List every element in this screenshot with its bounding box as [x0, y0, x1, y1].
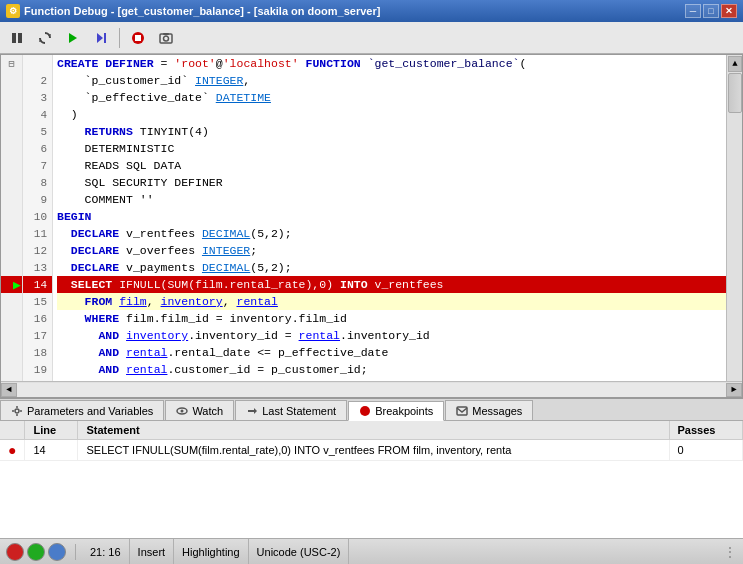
code-line-15: FROM film, inventory, rental: [57, 293, 726, 310]
gutter-row: [1, 310, 22, 327]
run-button[interactable]: [60, 26, 86, 50]
code-line-14: SELECT IFNULL(SUM(film.rental_rate),0) I…: [57, 276, 726, 293]
line-number: 13: [23, 259, 52, 276]
resize-grip[interactable]: ⋮: [723, 544, 737, 560]
gutter-row: [1, 72, 22, 89]
watch-tab[interactable]: Watch: [165, 400, 234, 420]
code-line-4: ): [57, 106, 726, 123]
snapshot-button[interactable]: [153, 26, 179, 50]
refresh-button[interactable]: [32, 26, 58, 50]
scroll-right-button[interactable]: ►: [726, 383, 742, 397]
minimize-button[interactable]: ─: [685, 4, 701, 18]
line-number: 11: [23, 225, 52, 242]
gutter-row: [1, 123, 22, 140]
scroll-left-button[interactable]: ◄: [1, 383, 17, 397]
line-number: 10: [23, 208, 52, 225]
window-controls[interactable]: ─ □ ✕: [685, 4, 737, 18]
code-area[interactable]: CREATE DEFINER = 'root'@'localhost' FUNC…: [53, 55, 726, 381]
main-area: ⊟ ▶: [0, 54, 743, 538]
eye-icon: [176, 405, 188, 417]
code-line-1: CREATE DEFINER = 'root'@'localhost' FUNC…: [57, 55, 726, 72]
code-line-2: `p_customer_id` INTEGER,: [57, 72, 726, 89]
gutter-row: [1, 242, 22, 259]
line-number: 9: [23, 191, 52, 208]
app-icon: ⚙: [6, 4, 20, 18]
bottom-panel: Parameters and Variables Watch Last Stat…: [0, 398, 743, 538]
breakpoints-table: Line Statement Passes ● 14 SELECT IFNULL…: [0, 421, 743, 461]
svg-marker-4: [69, 33, 77, 43]
line-number: 19: [23, 361, 52, 378]
encoding-status: Unicode (USC-2): [249, 539, 350, 564]
gutter-row: [1, 191, 22, 208]
table-row[interactable]: ● 14 SELECT IFNULL(SUM(film.rental_rate)…: [0, 439, 743, 460]
breakpoints-tab[interactable]: Breakpoints: [348, 401, 444, 421]
messages-tab[interactable]: Messages: [445, 400, 533, 420]
svg-rect-18: [457, 407, 467, 415]
line-number: 7: [23, 157, 52, 174]
gutter-row: [1, 89, 22, 106]
gutter-row: [1, 225, 22, 242]
gutter-row: [1, 174, 22, 191]
close-button[interactable]: ✕: [721, 4, 737, 18]
line-number: 6: [23, 140, 52, 157]
status-separator: [75, 544, 76, 560]
scrollbar-thumb[interactable]: [728, 73, 742, 113]
params-tab-label: Parameters and Variables: [27, 405, 153, 417]
row-passes: 0: [669, 439, 743, 460]
line-number: 16: [23, 310, 52, 327]
svg-point-10: [164, 36, 169, 41]
code-line-5: RETURNS TINYINT(4): [57, 123, 726, 140]
code-line-7: READS SQL DATA: [57, 157, 726, 174]
step-into-button[interactable]: [88, 26, 114, 50]
line-number: 18: [23, 344, 52, 361]
tab-bar: Parameters and Variables Watch Last Stat…: [0, 399, 743, 421]
breakpoint-icon: [359, 405, 371, 417]
line-number: 4: [23, 106, 52, 123]
row-indicator: ●: [0, 439, 25, 460]
status-stop-button[interactable]: [6, 543, 24, 561]
gutter-row: [1, 140, 22, 157]
code-line-10: BEGIN: [57, 208, 726, 225]
laststatement-tab[interactable]: Last Statement: [235, 400, 347, 420]
col-header-indicator: [0, 421, 25, 439]
line-number: 17: [23, 327, 52, 344]
debug-arrow-icon: ▶: [13, 277, 21, 293]
messages-tab-label: Messages: [472, 405, 522, 417]
horizontal-scrollbar[interactable]: ◄ ►: [1, 381, 742, 397]
code-line-13: DECLARE v_payments DECIMAL(5,2);: [57, 259, 726, 276]
table-area: Line Statement Passes ● 14 SELECT IFNULL…: [0, 421, 743, 538]
line-number: 14: [23, 276, 52, 293]
highlighting-status: Highlighting: [174, 539, 248, 564]
code-line-3: `p_effective_date` DATETIME: [57, 89, 726, 106]
cursor-position: 21: 16: [82, 539, 130, 564]
pause-button[interactable]: [4, 26, 30, 50]
stop-button[interactable]: [125, 26, 151, 50]
svg-rect-1: [18, 33, 22, 43]
status-run-button[interactable]: [27, 543, 45, 561]
status-pause-button[interactable]: [48, 543, 66, 561]
watch-tab-label: Watch: [192, 405, 223, 417]
svg-rect-11: [163, 33, 169, 35]
params-tab[interactable]: Parameters and Variables: [0, 400, 164, 420]
svg-marker-16: [254, 408, 257, 414]
gutter-row: [1, 327, 22, 344]
vertical-scrollbar[interactable]: ▲: [726, 55, 742, 381]
col-header-passes: Passes: [669, 421, 743, 439]
svg-rect-15: [248, 410, 254, 412]
code-line-6: DETERMINISTIC: [57, 140, 726, 157]
scroll-up-button[interactable]: ▲: [728, 56, 742, 72]
gutter-row: [1, 157, 22, 174]
window-title: Function Debug - [get_customer_balance] …: [24, 5, 380, 17]
line-number: 2: [23, 72, 52, 89]
svg-rect-8: [135, 35, 141, 41]
toolbar: [0, 22, 743, 54]
arrow-icon: [246, 405, 258, 417]
gear-icon: [11, 405, 23, 417]
code-line-18: AND rental.rental_date <= p_effective_da…: [57, 344, 726, 361]
code-line-9: COMMENT '': [57, 191, 726, 208]
maximize-button[interactable]: □: [703, 4, 719, 18]
code-line-8: SQL SECURITY DEFINER: [57, 174, 726, 191]
row-statement: SELECT IFNULL(SUM(film.rental_rate),0) I…: [78, 439, 669, 460]
gutter-row: [1, 293, 22, 310]
col-header-line: Line: [25, 421, 78, 439]
